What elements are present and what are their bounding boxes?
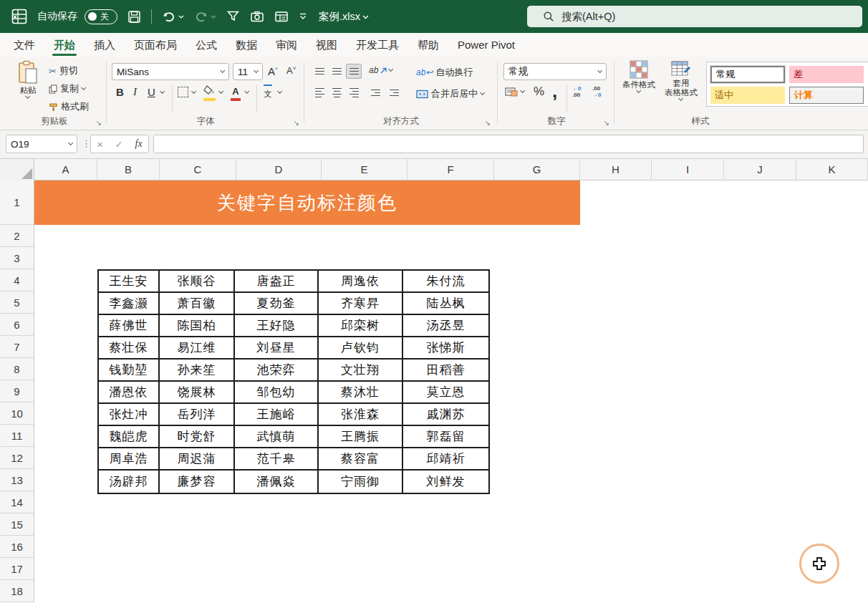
- chevron-down-icon[interactable]: [244, 89, 250, 95]
- column-header-A[interactable]: A: [34, 159, 97, 180]
- name-cell[interactable]: 王腾振: [319, 426, 403, 448]
- name-cell[interactable]: 卢钦钧: [319, 337, 403, 360]
- column-header-E[interactable]: E: [322, 159, 408, 180]
- document-title[interactable]: 案例.xlsx: [319, 10, 368, 24]
- name-cell[interactable]: 魏皑虎: [99, 426, 160, 448]
- column-header-J[interactable]: J: [724, 159, 796, 180]
- align-top-button[interactable]: [312, 64, 327, 79]
- row-header-1[interactable]: 1: [0, 180, 34, 225]
- cut-button[interactable]: ✂ 剪切: [49, 64, 78, 77]
- align-center-button[interactable]: [329, 85, 344, 100]
- column-header-I[interactable]: I: [652, 159, 724, 180]
- name-cell[interactable]: 蔡容富: [319, 448, 403, 471]
- name-cell[interactable]: 王施峪: [235, 404, 319, 426]
- italic-button[interactable]: I: [133, 86, 137, 98]
- align-left-button[interactable]: [312, 85, 327, 100]
- name-cell[interactable]: 文壮翔: [319, 360, 403, 382]
- column-header-H[interactable]: H: [580, 159, 652, 180]
- row-header-11[interactable]: 11: [0, 425, 34, 447]
- dialog-launcher-icon[interactable]: ↘: [485, 120, 491, 127]
- name-cell[interactable]: 张灶冲: [99, 404, 160, 426]
- grow-font-button[interactable]: A^: [268, 65, 278, 77]
- row-header-7[interactable]: 7: [0, 336, 34, 358]
- chevron-down-icon[interactable]: [277, 89, 283, 95]
- paste-button[interactable]: 粘贴: [11, 60, 44, 99]
- row-header-5[interactable]: 5: [0, 291, 34, 314]
- name-cell[interactable]: 刘昼星: [235, 337, 319, 360]
- name-cell[interactable]: 岳列洋: [160, 404, 235, 426]
- percent-style-button[interactable]: %: [534, 85, 544, 99]
- decrease-indent-button[interactable]: [367, 85, 383, 100]
- dialog-launcher-icon[interactable]: ↘: [604, 120, 609, 127]
- cell-style-neutral[interactable]: 适中: [710, 87, 785, 104]
- name-cell[interactable]: 齐寒昇: [319, 293, 403, 315]
- formula-bar-input[interactable]: [153, 135, 864, 153]
- tab-审阅[interactable]: 审阅: [266, 33, 307, 57]
- tab-数据[interactable]: 数据: [226, 33, 266, 57]
- name-cell[interactable]: 邹包幼: [235, 382, 319, 404]
- phonetic-guide-button[interactable]: 文: [262, 85, 274, 100]
- name-cell[interactable]: 郭磊留: [403, 426, 488, 448]
- name-cell[interactable]: 范千皋: [235, 448, 319, 471]
- name-cell[interactable]: 萧百徽: [160, 293, 235, 315]
- form-window-icon-button[interactable]: [274, 10, 289, 23]
- chevron-down-icon[interactable]: [160, 89, 165, 95]
- name-cell[interactable]: 唐盎正: [235, 271, 319, 293]
- accounting-format-button[interactable]: [505, 87, 524, 97]
- format-as-table-button[interactable]: 套用表格格式: [660, 60, 702, 101]
- save-button[interactable]: [127, 10, 141, 24]
- name-cell[interactable]: 蔡沐壮: [319, 382, 403, 404]
- row-header-12[interactable]: 12: [0, 447, 34, 469]
- name-cell[interactable]: 张顺谷: [160, 271, 235, 293]
- chevron-down-icon[interactable]: [191, 89, 197, 95]
- dialog-launcher-icon[interactable]: ↘: [294, 120, 299, 127]
- select-all-corner[interactable]: [0, 159, 34, 180]
- name-cell[interactable]: 时党舒: [160, 426, 235, 448]
- cell-style-bad[interactable]: 差: [789, 66, 864, 83]
- name-cell[interactable]: 池荣弈: [235, 360, 319, 382]
- insert-function-button[interactable]: fx: [135, 138, 143, 150]
- name-cell[interactable]: 戚渊苏: [403, 404, 488, 426]
- cancel-button[interactable]: ×: [97, 138, 103, 150]
- name-cell[interactable]: 薛佛世: [99, 315, 160, 337]
- row-header-14[interactable]: 14: [0, 491, 34, 513]
- row-header-4[interactable]: 4: [0, 269, 34, 291]
- name-cell[interactable]: 王生安: [99, 271, 160, 293]
- merge-center-button[interactable]: 合并后居中: [416, 87, 484, 100]
- autosave-toggle[interactable]: 关: [85, 9, 117, 24]
- chevron-down-icon[interactable]: [218, 89, 224, 95]
- column-header-D[interactable]: D: [236, 159, 322, 180]
- name-cell[interactable]: 莫立恩: [403, 382, 488, 404]
- name-cell[interactable]: 李鑫灏: [99, 293, 160, 315]
- name-cell[interactable]: 刘鲜发: [403, 471, 488, 493]
- cell-style-normal[interactable]: 常规: [710, 66, 785, 83]
- name-cell[interactable]: 潘恩依: [99, 382, 160, 404]
- orientation-button[interactable]: ab: [369, 65, 393, 75]
- row-header-6[interactable]: 6: [0, 314, 34, 336]
- name-cell[interactable]: 夏劲釜: [235, 293, 319, 315]
- name-cell[interactable]: 陈国柏: [160, 315, 235, 337]
- comma-style-button[interactable]: ,: [552, 80, 557, 102]
- column-header-K[interactable]: K: [796, 159, 868, 180]
- tab-帮助[interactable]: 帮助: [408, 33, 448, 57]
- cell-style-calc[interactable]: 计算: [789, 87, 864, 104]
- name-cell[interactable]: 田稻善: [403, 360, 488, 382]
- name-cell[interactable]: 周卓浩: [99, 448, 160, 471]
- font-name-combo[interactable]: MiSans: [112, 63, 229, 80]
- tab-Power Pivot[interactable]: Power Pivot: [448, 33, 524, 57]
- conditional-formatting-button[interactable]: 条件格式: [620, 60, 657, 93]
- underline-button[interactable]: U: [148, 86, 155, 98]
- name-cell[interactable]: 蔡壮保: [99, 337, 160, 360]
- font-size-combo[interactable]: 11: [233, 63, 263, 80]
- number-format-combo[interactable]: 常规: [503, 63, 607, 80]
- row-header-9[interactable]: 9: [0, 380, 34, 402]
- copy-button[interactable]: 复制: [49, 82, 85, 95]
- name-cell[interactable]: 易江维: [160, 337, 235, 360]
- column-header-C[interactable]: C: [160, 159, 236, 180]
- row-header-8[interactable]: 8: [0, 358, 34, 380]
- enter-button[interactable]: ✓: [115, 139, 123, 150]
- tab-文件[interactable]: 文件: [4, 33, 44, 57]
- name-cell[interactable]: 武慎萌: [235, 426, 319, 448]
- name-cell[interactable]: 朱付流: [403, 271, 488, 293]
- borders-button[interactable]: [178, 87, 188, 97]
